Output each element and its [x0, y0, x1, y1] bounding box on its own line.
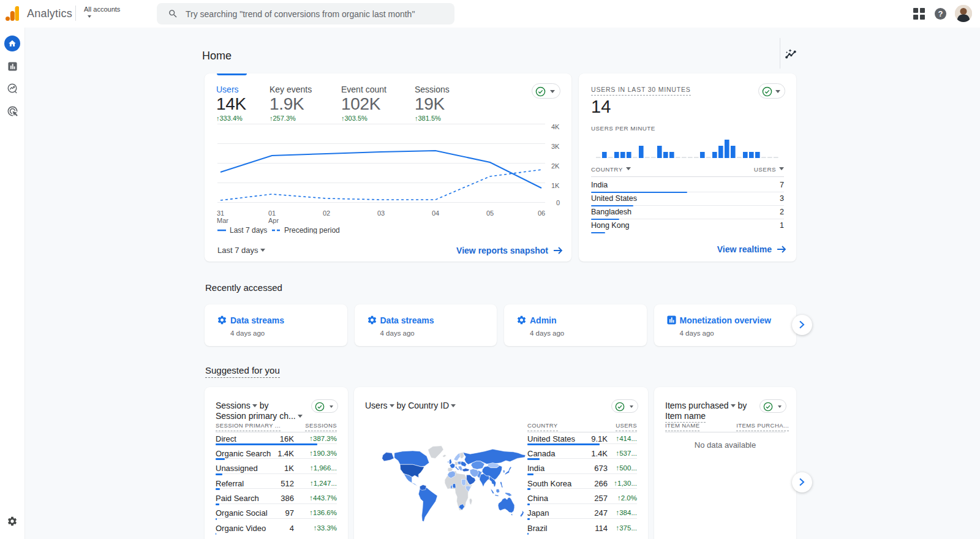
svg-text:05: 05	[486, 209, 494, 217]
svg-text:Mar: Mar	[217, 217, 228, 224]
svg-text:01: 01	[268, 209, 276, 217]
svg-text:31: 31	[217, 209, 224, 217]
svg-text:Last 7 days: Last 7 days	[230, 226, 267, 234]
svg-text:4K: 4K	[551, 124, 560, 130]
svg-text:04: 04	[432, 209, 439, 217]
svg-text:Preceding period: Preceding period	[284, 226, 340, 234]
svg-text:1K: 1K	[551, 182, 560, 189]
svg-text:0: 0	[556, 199, 560, 206]
svg-text:Apr: Apr	[268, 217, 279, 224]
svg-text:06: 06	[538, 209, 545, 217]
svg-text:3K: 3K	[551, 143, 560, 150]
svg-text:03: 03	[377, 209, 385, 217]
svg-text:02: 02	[323, 209, 330, 217]
svg-text:2K: 2K	[551, 162, 560, 170]
